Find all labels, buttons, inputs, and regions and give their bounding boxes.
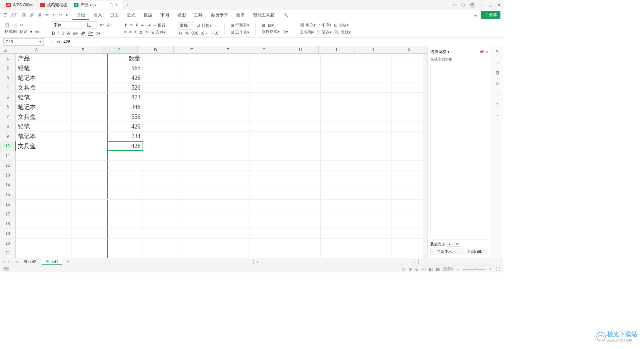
prev-sheet-icon[interactable]: ‹ <box>8 259 9 264</box>
cell-B20[interactable] <box>72 239 107 248</box>
hamburger-icon[interactable]: ☰ <box>3 13 7 17</box>
format-cells-icon[interactable]: ⊞▾ <box>282 30 288 34</box>
cell-F17[interactable] <box>214 209 250 219</box>
cell-D12[interactable] <box>143 161 178 170</box>
row-header[interactable]: 14 <box>0 180 16 190</box>
sort-button[interactable]: ↕ 排序▾ <box>318 22 331 28</box>
cell-D9[interactable] <box>143 132 178 141</box>
cell-E1[interactable] <box>178 54 214 63</box>
col-header-H[interactable]: H <box>282 46 319 53</box>
cell-I15[interactable] <box>321 190 356 199</box>
cell-E6[interactable] <box>178 102 214 112</box>
cell-B14[interactable] <box>72 180 107 190</box>
decrease-font-icon[interactable]: A⁻ <box>107 23 112 28</box>
save-icon[interactable]: 🖫 <box>22 13 26 17</box>
cell-D18[interactable] <box>143 219 178 229</box>
cell-C11[interactable] <box>107 151 143 160</box>
cell-I2[interactable] <box>321 63 356 73</box>
freeze-button[interactable]: ⊡ 冻结▾ <box>334 22 348 28</box>
help-icon[interactable]: ? <box>496 103 498 107</box>
dropdown-icon[interactable]: ▾ <box>66 13 68 17</box>
hscroll-handle[interactable]: ⋮ ‹ <box>252 259 258 264</box>
user-avatar-icon[interactable] <box>469 2 475 8</box>
file-menu[interactable]: 文件 <box>10 12 18 18</box>
bold-button[interactable]: B <box>52 31 55 36</box>
cell-H9[interactable] <box>285 132 321 141</box>
cell-D5[interactable] <box>143 93 178 102</box>
row-header[interactable]: 13 <box>0 170 16 180</box>
cell-F13[interactable] <box>214 170 250 180</box>
cell-E4[interactable] <box>178 83 214 92</box>
cell-A8[interactable]: 铅笔 <box>16 122 72 131</box>
cell-I4[interactable] <box>321 83 356 92</box>
row-header[interactable]: 15 <box>0 190 16 199</box>
cell-K21[interactable] <box>392 248 427 258</box>
row-header[interactable]: 1 <box>0 54 16 63</box>
fill-color-button[interactable]: ◢▾ <box>80 30 86 36</box>
cell-H20[interactable] <box>285 239 321 248</box>
cell-C10[interactable]: 426 <box>107 141 143 151</box>
cell-C21[interactable] <box>107 248 143 258</box>
cond-format-button[interactable]: 条件格式▾ <box>262 29 280 35</box>
cell-C3[interactable]: 426 <box>107 73 143 83</box>
cell-K1[interactable] <box>392 54 427 63</box>
italic-button[interactable]: I <box>58 31 59 36</box>
cell-A1[interactable]: 产品 <box>16 54 72 63</box>
cell-G12[interactable] <box>250 161 285 170</box>
paste-icon[interactable]: 📄 <box>12 23 17 28</box>
cell-A21[interactable] <box>16 248 72 258</box>
align-justify-icon[interactable]: ≣ <box>139 30 143 35</box>
spreadsheet-grid[interactable]: ◢ ABCDEFGHIJK 1产品数量2铅笔5653笔记本4264文具盒5265… <box>0 46 427 258</box>
cell-E13[interactable] <box>178 170 214 180</box>
zoom-slider[interactable]: ———○—— <box>463 267 485 271</box>
cell-E14[interactable] <box>178 180 214 190</box>
align-middle-icon[interactable]: ≡ <box>130 23 132 28</box>
cell-B11[interactable] <box>72 151 107 160</box>
cell-C13[interactable] <box>107 170 143 180</box>
tab-templates[interactable]: 找稻壳模板 <box>37 1 70 9</box>
cell-J20[interactable] <box>356 239 392 248</box>
cell-H18[interactable] <box>285 219 321 229</box>
cell-G15[interactable] <box>250 190 285 199</box>
font-color-button[interactable]: A▾ <box>88 30 93 36</box>
find-button[interactable]: 🔍 查找▾ <box>334 30 351 35</box>
cell-G18[interactable] <box>250 219 285 229</box>
close-icon[interactable]: ✕ <box>115 3 119 7</box>
cell-H16[interactable] <box>285 200 321 209</box>
cell-K11[interactable] <box>392 151 427 160</box>
collapse-ribbon-icon[interactable]: — <box>423 40 427 44</box>
cloud-icon[interactable]: ☁ <box>473 13 477 17</box>
cell-B10[interactable] <box>72 141 107 151</box>
cell-A5[interactable]: 铅笔 <box>16 93 72 102</box>
cell-C6[interactable]: 346 <box>107 102 143 112</box>
cell-K12[interactable] <box>392 161 427 170</box>
cell-H17[interactable] <box>285 209 321 219</box>
cell-B3[interactable] <box>72 73 107 83</box>
cell-G9[interactable] <box>250 132 285 141</box>
menu-member[interactable]: 会员专享 <box>207 10 232 20</box>
cell-B19[interactable] <box>72 229 107 238</box>
cell-G21[interactable] <box>250 248 285 258</box>
row-header[interactable]: 18 <box>0 219 16 229</box>
grid-view-icon[interactable]: ⊞ <box>415 267 419 271</box>
align-right-icon[interactable]: ≡ <box>134 30 137 35</box>
cell-H14[interactable] <box>285 180 321 190</box>
cell-D8[interactable] <box>143 122 178 131</box>
cell-J2[interactable] <box>356 63 392 73</box>
cell-C5[interactable]: 873 <box>107 93 143 102</box>
more-icon[interactable]: ⋯ <box>495 113 499 118</box>
cell-I14[interactable] <box>321 180 356 190</box>
strike-button[interactable]: A̶ <box>67 31 70 36</box>
indent-dec-icon[interactable]: ⇤ <box>141 23 145 28</box>
cell-A3[interactable]: 笔记本 <box>16 73 72 83</box>
cell-F1[interactable] <box>214 54 250 63</box>
cell-G17[interactable] <box>250 209 285 219</box>
cell-D3[interactable] <box>143 73 178 83</box>
cell-J16[interactable] <box>356 200 392 209</box>
cell-G8[interactable] <box>250 122 285 131</box>
cell-J12[interactable] <box>356 161 392 170</box>
cell-K5[interactable] <box>392 93 427 102</box>
cell-J7[interactable] <box>356 112 392 121</box>
col-header-G[interactable]: G <box>246 46 282 53</box>
cell-C15[interactable] <box>107 190 143 199</box>
